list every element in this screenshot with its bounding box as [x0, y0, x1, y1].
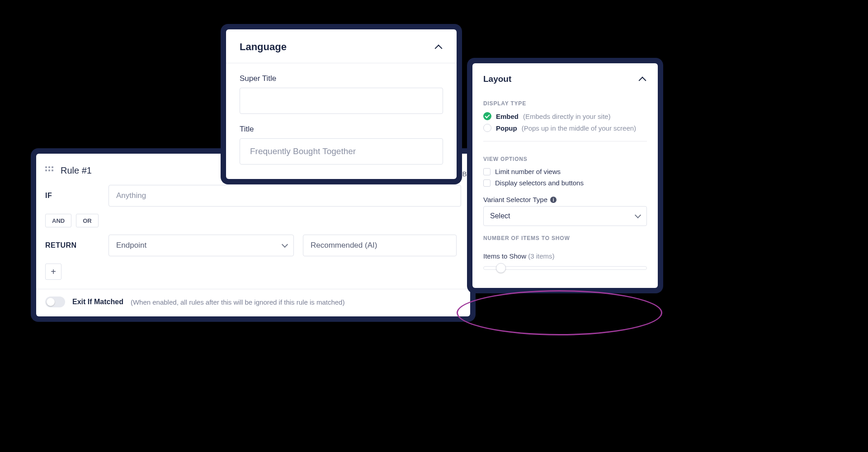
layout-section-title: Layout	[483, 74, 511, 84]
chevron-down-icon	[635, 212, 641, 218]
add-row-button[interactable]: +	[45, 264, 61, 280]
title-label: Title	[226, 114, 457, 138]
popup-option-label: Popup	[496, 124, 517, 132]
divider	[483, 141, 647, 141]
embed-option-label: Embed	[496, 113, 519, 120]
if-condition-value: Anything	[116, 191, 146, 200]
view-options-heading: VIEW OPTIONS	[472, 149, 658, 166]
rule-title: Rule #1	[61, 165, 92, 176]
radio-unchecked-icon	[483, 124, 491, 132]
display-selectors-label: Display selectors and buttons	[495, 179, 584, 187]
and-button[interactable]: AND	[45, 214, 71, 227]
return-keyword: RETURN	[45, 241, 99, 250]
limit-views-checkbox[interactable]	[483, 168, 491, 175]
title-input[interactable]	[240, 138, 443, 165]
return-strategy-value: Recommended (AI)	[311, 241, 377, 250]
display-type-embed-option[interactable]: Embed (Embeds directly in your site)	[472, 110, 658, 122]
annotation-highlight-oval	[457, 290, 662, 335]
if-condition-select[interactable]: Anything	[108, 185, 461, 207]
or-button[interactable]: OR	[76, 214, 99, 227]
language-section-title: Language	[240, 41, 287, 53]
items-to-show-slider[interactable]	[483, 266, 647, 270]
collapse-chevron-up-icon[interactable]	[435, 43, 443, 51]
num-items-heading: NUMBER OF ITEMS TO SHOW	[472, 226, 658, 245]
return-source-select[interactable]: Endpoint	[108, 235, 294, 256]
display-type-heading: DISPLAY TYPE	[472, 93, 658, 110]
drag-handle-icon[interactable]	[45, 166, 54, 175]
display-type-popup-option[interactable]: Popup (Pops up in the middle of your scr…	[472, 122, 658, 134]
items-to-show-count: (3 items)	[528, 252, 554, 260]
layout-panel: Layout DISPLAY TYPE Embed (Embeds direct…	[472, 63, 658, 288]
exit-if-matched-desc: (When enabled, all rules after this will…	[131, 298, 345, 306]
super-title-label: Super Title	[226, 63, 457, 88]
if-keyword: IF	[45, 192, 99, 200]
embed-option-desc: (Embeds directly in your site)	[523, 113, 610, 120]
super-title-input[interactable]	[240, 88, 443, 114]
variant-selector-value: Select	[490, 212, 510, 220]
variant-selector-label: Variant Selector Type	[483, 196, 547, 203]
popup-option-desc: (Pops up in the middle of your screen)	[522, 124, 636, 132]
exit-if-matched-toggle[interactable]	[45, 297, 65, 307]
return-source-value: Endpoint	[116, 241, 146, 250]
return-strategy-select[interactable]: Recommended (AI)	[303, 235, 457, 256]
radio-checked-icon	[483, 112, 491, 120]
layout-collapse-chevron-up-icon[interactable]	[639, 75, 647, 83]
hidden-peek-text: d Bef	[457, 170, 472, 178]
display-selectors-checkbox[interactable]	[483, 179, 491, 187]
limit-views-label: Limit number of views	[495, 168, 561, 175]
variant-selector-select[interactable]: Select	[483, 206, 647, 226]
info-icon[interactable]: i	[550, 197, 557, 203]
language-panel: Language Super Title Title	[226, 29, 457, 179]
slider-thumb[interactable]	[496, 263, 506, 273]
chevron-down-icon	[282, 241, 288, 248]
exit-if-matched-label: Exit If Matched	[72, 298, 123, 306]
items-to-show-label: Items to Show	[483, 252, 526, 260]
